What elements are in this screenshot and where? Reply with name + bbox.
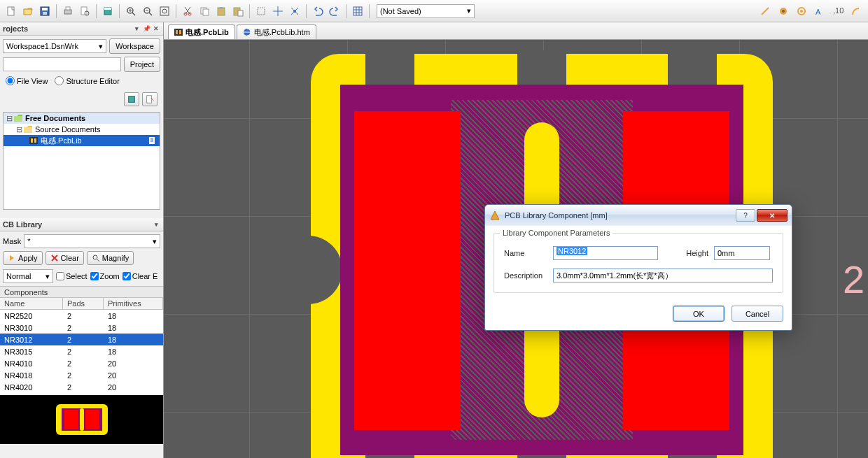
- cell-prims: 18: [104, 345, 163, 357]
- col-pads[interactable]: Pads: [63, 298, 104, 309]
- svg-point-40: [800, 10, 803, 13]
- proj-tool2-icon[interactable]: [142, 92, 158, 106]
- table-row[interactable]: NR4018220: [0, 369, 163, 381]
- pcb-canvas[interactable]: 2 PCB Library Component [mm] ? ✕: [164, 40, 868, 458]
- grid-icon[interactable]: [350, 3, 365, 19]
- save-icon[interactable]: [37, 3, 52, 19]
- table-row[interactable]: NR4020220: [0, 381, 163, 393]
- panel-close-icon[interactable]: ✕: [152, 24, 160, 33]
- project-combo[interactable]: [3, 57, 121, 71]
- desc-input[interactable]: [553, 269, 773, 282]
- zoom-in-icon[interactable]: [123, 3, 139, 19]
- folder-icon: [13, 113, 23, 123]
- zoom-out-icon[interactable]: [140, 3, 155, 19]
- tree-doc[interactable]: 电感.PcbLib: [4, 135, 160, 146]
- left-panels: rojects ▾ 📌 ✕ Workspace1.DsnWrk ▾ Worksp…: [0, 22, 164, 458]
- place-string-icon[interactable]: A: [811, 3, 828, 20]
- clear-button[interactable]: Clear: [46, 251, 84, 265]
- copy-icon[interactable]: [197, 3, 212, 19]
- dialog-titlebar[interactable]: PCB Library Component [mm] ? ✕: [485, 205, 792, 226]
- redo-icon[interactable]: [327, 3, 342, 19]
- dialog-help-button[interactable]: ?: [736, 209, 755, 222]
- snap-icon[interactable]: [287, 3, 302, 19]
- place-arc-icon[interactable]: [848, 3, 864, 20]
- zoom-fit-icon[interactable]: [157, 3, 172, 19]
- name-input[interactable]: NR3012: [553, 246, 658, 260]
- tab-htm[interactable]: 电感.PcbLib.htm: [237, 24, 316, 39]
- col-name[interactable]: Name: [0, 298, 63, 309]
- table-row[interactable]: NR2520218: [0, 310, 163, 322]
- place-dimension-icon[interactable]: ,10,10: [830, 3, 846, 20]
- file-view-radio[interactable]: File View: [6, 76, 48, 85]
- cell-name: NR4018: [0, 369, 63, 381]
- table-row[interactable]: NR3010218: [0, 322, 163, 334]
- svg-rect-47: [34, 138, 36, 143]
- mask-combo[interactable]: * ▾: [24, 234, 160, 248]
- table-row[interactable]: NR3012218: [0, 334, 163, 345]
- paste-icon[interactable]: [214, 3, 229, 19]
- library-title: CB Library: [3, 220, 42, 229]
- workspace-combo[interactable]: Workspace1.DsnWrk ▾: [3, 39, 106, 53]
- svg-line-11: [132, 13, 135, 15]
- table-row[interactable]: NR4026220: [0, 393, 163, 394]
- paste-special-icon[interactable]: [230, 3, 246, 19]
- svg-rect-9: [104, 8, 111, 10]
- print-icon[interactable]: [60, 3, 76, 19]
- new-icon[interactable]: [4, 3, 19, 19]
- select-checkbox[interactable]: Select: [56, 272, 88, 280]
- cell-name: NR4020: [0, 381, 63, 393]
- svg-rect-2: [42, 8, 48, 10]
- tree-source[interactable]: ⊟ Source Documents: [4, 124, 160, 135]
- cell-prims: 18: [104, 334, 163, 345]
- place-line-icon[interactable]: [757, 3, 774, 20]
- print-preview-icon[interactable]: [77, 3, 92, 19]
- panel-menu-icon[interactable]: ▾: [132, 24, 141, 33]
- structure-editor-radio[interactable]: Structure Editor: [55, 76, 119, 85]
- project-button[interactable]: Project: [124, 57, 160, 72]
- cell-prims: 20: [104, 381, 163, 393]
- chevron-down-icon: ▾: [46, 272, 50, 281]
- crosshair-icon[interactable]: [270, 3, 286, 19]
- apply-button[interactable]: Apply: [3, 251, 43, 265]
- dialog-appicon: [489, 210, 500, 221]
- library-icon[interactable]: [100, 3, 115, 19]
- magnify-button[interactable]: Magnify: [87, 251, 134, 265]
- clear-existing-checkbox[interactable]: Clear E: [122, 272, 158, 280]
- cut-icon[interactable]: [180, 3, 195, 19]
- svg-text:,10,10: ,10,10: [833, 6, 844, 15]
- chevron-down-icon: ▾: [467, 6, 471, 15]
- normal-combo[interactable]: Normal ▾: [3, 269, 53, 283]
- saved-combo[interactable]: (Not Saved) ▾: [377, 4, 475, 18]
- col-prims[interactable]: Primitives: [104, 298, 163, 309]
- panel-menu-icon[interactable]: ▾: [152, 220, 160, 229]
- cell-pads: 2: [63, 393, 104, 394]
- panel-pin-icon[interactable]: 📌: [142, 24, 150, 33]
- height-input[interactable]: [714, 246, 770, 260]
- place-pad-icon[interactable]: [775, 3, 792, 20]
- selection-rect-icon[interactable]: [253, 3, 269, 19]
- svg-rect-4: [64, 10, 71, 14]
- pad-2-label: 2: [843, 257, 864, 302]
- cell-prims: 20: [104, 393, 163, 394]
- project-tree[interactable]: ⊟ Free Documents ⊟ Source Documents 电感.P…: [3, 112, 160, 210]
- table-row[interactable]: NR4010220: [0, 357, 163, 369]
- svg-line-15: [149, 13, 152, 15]
- workspace-button[interactable]: Workspace: [109, 38, 160, 54]
- tab-pcblib[interactable]: 电感.PcbLib: [168, 24, 235, 39]
- undo-icon[interactable]: [310, 3, 326, 19]
- proj-tool1-icon[interactable]: [124, 92, 139, 106]
- table-row[interactable]: NR3015218: [0, 345, 163, 357]
- svg-rect-56: [174, 29, 183, 36]
- svg-line-55: [97, 259, 99, 262]
- tree-root[interactable]: ⊟ Free Documents: [4, 113, 160, 124]
- cell-prims: 20: [104, 357, 163, 369]
- place-via-icon[interactable]: [793, 3, 810, 20]
- open-icon[interactable]: [20, 3, 36, 19]
- projects-panel-header: rojects ▾ 📌 ✕: [0, 22, 163, 36]
- dialog-close-button[interactable]: ✕: [757, 209, 788, 222]
- ok-button[interactable]: OK: [673, 306, 724, 322]
- zoom-checkbox[interactable]: Zoom: [90, 272, 120, 280]
- svg-rect-57: [176, 30, 178, 34]
- components-grid[interactable]: NR2520218NR3010218NR3012218NR3015218NR40…: [0, 310, 163, 394]
- cancel-button[interactable]: Cancel: [732, 306, 783, 322]
